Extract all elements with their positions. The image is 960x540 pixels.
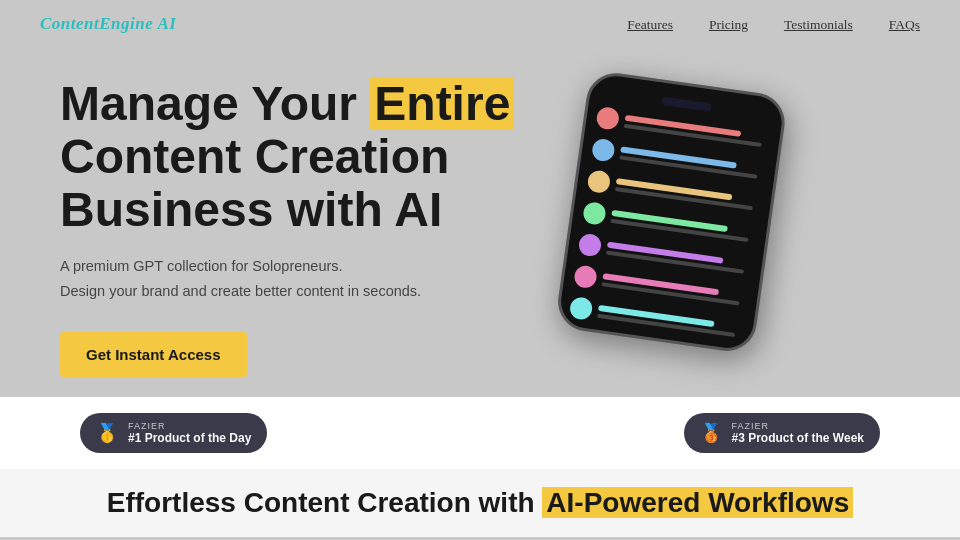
hero-heading-highlight: Entire	[370, 77, 514, 130]
nav-faqs[interactable]: FAQs	[889, 17, 920, 32]
badge-week-label-main: #3 Product of the Week	[732, 431, 864, 445]
phone-notch	[661, 97, 712, 112]
phone-avatar	[578, 233, 603, 258]
bottom-heading-highlight: AI-Powered Workflows	[542, 487, 853, 518]
badge-day: 🥇 FAZIER #1 Product of the Day	[80, 413, 267, 453]
badge-week: 🥉 FAZIER #3 Product of the Week	[684, 413, 880, 453]
badge-day-label-main: #1 Product of the Day	[128, 431, 251, 445]
nav-features[interactable]: Features	[627, 17, 673, 32]
badge-week-texts: FAZIER #3 Product of the Week	[732, 421, 864, 445]
phone-screen	[558, 73, 785, 352]
hero-heading-line3: Business with AI	[60, 183, 442, 236]
nav-links: Features Pricing Testimonials FAQs	[627, 15, 920, 33]
phone-text	[606, 241, 752, 274]
phone-outer	[554, 70, 788, 355]
nav-testimonials[interactable]: Testimonials	[784, 17, 853, 32]
navbar: ContentEngine AI Features Pricing Testim…	[0, 0, 960, 48]
hero-right	[570, 92, 790, 362]
phone-text	[624, 115, 770, 148]
phone-text	[601, 273, 747, 306]
badges-bar: 🥇 FAZIER #1 Product of the Day 🥉 FAZIER …	[0, 397, 960, 469]
badge-day-medal: 🥇	[96, 422, 118, 444]
phone-avatar	[569, 296, 594, 321]
phone-avatar	[564, 328, 589, 352]
phone-avatar	[582, 201, 607, 226]
cta-button[interactable]: Get Instant Access	[60, 332, 247, 377]
bottom-section: Effortless Content Creation with AI-Powe…	[0, 469, 960, 537]
hero-heading-line1: Manage Your Entire	[60, 77, 514, 130]
phone-avatar	[573, 265, 598, 290]
phone-mockup	[570, 92, 790, 362]
hero-sub2: Design your brand and create better cont…	[60, 279, 540, 304]
hero-heading-line2: Content Creation	[60, 130, 449, 183]
bottom-heading-pre: Effortless Content Creation with	[107, 487, 543, 518]
badge-week-medal: 🥉	[700, 422, 722, 444]
phone-text	[615, 178, 761, 211]
logo: ContentEngine AI	[40, 14, 176, 34]
hero-subtext: A premium GPT collection for Solopreneur…	[60, 254, 540, 303]
phone-avatar	[591, 138, 616, 163]
phone-avatar	[586, 170, 611, 195]
bottom-heading: Effortless Content Creation with AI-Powe…	[60, 487, 900, 519]
hero-sub1: A premium GPT collection for Solopreneur…	[60, 254, 540, 279]
hero-left: Manage Your Entire Content Creation Busi…	[60, 78, 540, 377]
nav-pricing[interactable]: Pricing	[709, 17, 748, 32]
hero-heading: Manage Your Entire Content Creation Busi…	[60, 78, 540, 236]
badge-day-texts: FAZIER #1 Product of the Day	[128, 421, 251, 445]
badge-day-label-top: FAZIER	[128, 421, 251, 431]
phone-text	[597, 305, 743, 338]
phone-text	[610, 210, 756, 243]
phone-avatar	[595, 106, 620, 131]
hero-section: Manage Your Entire Content Creation Busi…	[0, 48, 960, 397]
phone-text	[619, 146, 765, 179]
badge-week-label-top: FAZIER	[732, 421, 864, 431]
